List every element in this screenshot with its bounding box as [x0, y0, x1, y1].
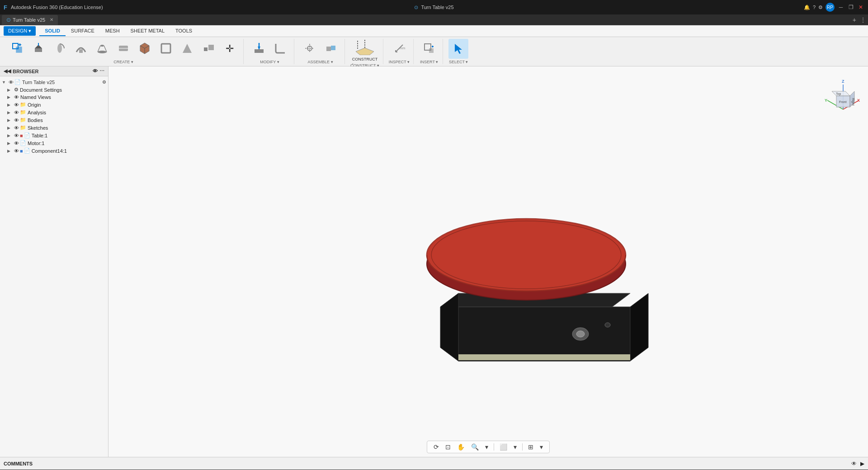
tab-mesh[interactable]: MESH [100, 26, 125, 36]
viewcube[interactable]: Z Y X Front Top Right [823, 75, 859, 112]
grid-button[interactable]: ⊞ [526, 442, 535, 451]
svg-rect-29 [326, 47, 331, 51]
tree-item-motor1[interactable]: ▶ 👁 📄 Motor:1 [0, 139, 108, 147]
inspect-label: INSPECT ▾ [389, 60, 410, 64]
loft-button[interactable] [92, 39, 112, 59]
new-component-button[interactable] [7, 39, 27, 59]
minimize-button[interactable]: ─ [837, 4, 844, 11]
display-dropdown-button[interactable]: ▾ [512, 442, 519, 451]
design-dropdown-button[interactable]: DESIGN ▾ [4, 26, 36, 36]
as-built-joint-icon [325, 42, 337, 56]
svg-point-54 [427, 219, 626, 291]
title-bar: F Autodesk Fusion 360 (Education License… [0, 0, 868, 14]
tree-item-sketches[interactable]: ▶ 👁 📁 Sketches [0, 124, 108, 132]
rib-button[interactable] [113, 39, 133, 59]
zoom-button[interactable]: 🔍 [469, 442, 481, 451]
sketches-folder-icon: 📁 [20, 125, 26, 131]
fillet-button[interactable] [270, 39, 290, 59]
press-pull-button[interactable] [249, 39, 269, 59]
display-mode-button[interactable]: ⬜ [498, 442, 509, 451]
browser-eye-icon[interactable]: 👁 [93, 68, 98, 74]
component141-eye-icon[interactable]: 👁 [14, 148, 19, 154]
component141-label: Component14:1 [32, 148, 67, 154]
title-right: 🔔 ? ⚙ RP ─ ❐ ✕ [804, 3, 864, 12]
doc-settings-label: Document Settings [20, 87, 62, 93]
close-button[interactable]: ✕ [857, 4, 864, 11]
as-built-joint-button[interactable] [321, 39, 341, 59]
extrude-button[interactable] [28, 39, 48, 59]
root-eye-icon[interactable]: 👁 [9, 80, 14, 85]
table1-eye-icon[interactable]: 👁 [14, 133, 19, 138]
tab-solid[interactable]: SOLID [39, 26, 66, 36]
scale-button[interactable] [198, 39, 218, 59]
component141-icons: 👁 ■ 📄 [14, 148, 30, 154]
tab-surface[interactable]: SURFACE [66, 26, 100, 36]
joint-button[interactable] [300, 39, 320, 59]
fit-view-button[interactable]: ⊡ [443, 442, 453, 451]
svg-rect-4 [35, 48, 42, 52]
svg-rect-30 [331, 46, 335, 50]
restore-button[interactable]: ❐ [847, 4, 854, 11]
measure-icon: mm [393, 42, 406, 56]
bodies-eye-icon[interactable]: 👁 [14, 118, 19, 123]
tree-item-named-views[interactable]: ▶ 👁 Named Views [0, 94, 108, 101]
svg-point-9 [98, 51, 107, 53]
motor1-eye-icon[interactable]: 👁 [14, 141, 19, 146]
origin-eye-icon[interactable]: 👁 [14, 102, 19, 108]
orbit-button[interactable]: ⟳ [432, 442, 441, 451]
grid-dropdown-button[interactable]: ▾ [538, 442, 545, 451]
pan-button[interactable]: ✋ [455, 442, 467, 451]
svg-point-51 [605, 323, 610, 327]
shell-button[interactable] [156, 39, 176, 59]
browser-settings-icon[interactable]: ⋯ [99, 68, 104, 74]
motor1-label: Motor:1 [28, 141, 44, 146]
document-tab[interactable]: ⊙ Turn Table v25 ✕ [2, 15, 58, 25]
tree-item-analysis[interactable]: ▶ 👁 📁 Analysis [0, 108, 108, 116]
construct-plane-button[interactable]: CONSTRUCT - [351, 39, 378, 62]
tab-menu-button[interactable]: ⋮ [860, 16, 866, 24]
svg-rect-8 [79, 49, 83, 53]
viewport[interactable]: Z Y X Front Top Right ⟳ ⊡ ✋ 🔍 ▾ [108, 66, 868, 457]
tree-item-origin[interactable]: ▶ 👁 📁 Origin [0, 101, 108, 108]
help-icon[interactable]: ? [813, 5, 816, 10]
zoom-dropdown-button[interactable]: ▾ [483, 442, 490, 451]
tree-item-doc-settings[interactable]: ▶ ⚙ Document Settings [0, 86, 108, 94]
browser-collapse-icon[interactable]: ◀◀ [4, 68, 11, 74]
tab-close-icon[interactable]: ✕ [50, 17, 53, 22]
notification-icon[interactable]: 🔔 [804, 5, 810, 10]
new-tab-button[interactable]: + [853, 16, 856, 24]
box-button[interactable] [135, 39, 155, 59]
move-icon: ✛ [226, 43, 234, 55]
tab-tools[interactable]: TOOLS [170, 26, 198, 36]
revolve-button[interactable] [50, 39, 70, 59]
comments-eye-icon[interactable]: 👁 [851, 461, 857, 467]
document-title: Turn Table v25 [421, 5, 453, 10]
insert-tools-row [419, 39, 439, 59]
svg-point-10 [100, 45, 104, 47]
motor1-arrow-icon: ▶ [7, 141, 13, 146]
svg-text:mm: mm [399, 46, 406, 50]
browser-header: ◀◀ BROWSER 👁 ⋯ [0, 66, 108, 76]
tree-item-component141[interactable]: ▶ 👁 ■ 📄 Component14:1 [0, 147, 108, 155]
root-options-icon[interactable]: ⚙ [102, 80, 106, 85]
user-avatar[interactable]: RP [826, 3, 835, 12]
tree-item-root[interactable]: ▼ 👁 📄 Turn Table v25 ⚙ [0, 78, 108, 86]
comments-expand-icon[interactable]: ▶ [860, 461, 864, 467]
settings-icon[interactable]: ⚙ [818, 5, 823, 10]
sketches-eye-icon[interactable]: 👁 [14, 125, 19, 131]
measure-button[interactable]: mm [389, 39, 409, 59]
move-button[interactable]: ✛ [220, 39, 240, 59]
tab-sheet-metal[interactable]: SHEET METAL [125, 26, 170, 36]
sweep-button[interactable] [71, 39, 91, 59]
select-button[interactable] [448, 39, 468, 59]
toolbar-group-inspect: mm INSPECT ▾ [385, 39, 414, 64]
tree-item-table1[interactable]: ▶ 👁 ■ 📄 Table:1 [0, 132, 108, 139]
draft-button[interactable] [177, 39, 197, 59]
app-title: Autodesk Fusion 360 (Education License) [11, 5, 103, 10]
tree-item-bodies[interactable]: ▶ 👁 📁 Bodies [0, 116, 108, 124]
new-component-icon [11, 42, 24, 56]
insert-button[interactable] [419, 39, 439, 59]
svg-marker-45 [630, 293, 648, 361]
analysis-eye-icon[interactable]: 👁 [14, 110, 19, 115]
doc-settings-icons: ⚙ [14, 87, 19, 93]
